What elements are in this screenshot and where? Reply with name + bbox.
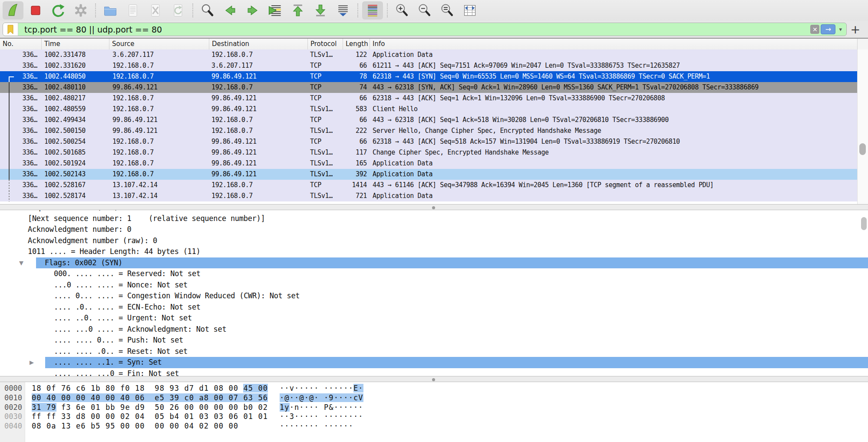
go-to-packet-button[interactable] bbox=[265, 1, 286, 20]
detail-line[interactable]: .... ...0 .... = Acknowledgment: Not set bbox=[0, 324, 868, 335]
restart-capture-button[interactable] bbox=[48, 1, 69, 20]
start-capture-button[interactable] bbox=[3, 1, 23, 20]
detail-line[interactable]: 000. .... .... = Reserved: Not set bbox=[0, 268, 868, 280]
detail-text: .... .... .0.. = Reset: Not set bbox=[54, 346, 188, 357]
cell-source: 192.168.0.7 bbox=[109, 169, 209, 180]
detail-line[interactable]: .... ..0. .... = Urgent: Not set bbox=[0, 313, 868, 324]
bytes-row[interactable]: 001000 40 00 00 40 00 40 06 e5 39 c0 a8 … bbox=[0, 393, 868, 403]
cell-source: 99.86.49.121 bbox=[109, 125, 209, 136]
column-header-time[interactable]: Time bbox=[42, 39, 109, 49]
detail-line[interactable]: [Next sequence number: 1 (relative seque… bbox=[0, 213, 868, 224]
byte-offset: 0000 bbox=[4, 384, 22, 393]
packet-row[interactable]: 336…1002.331620192.168.0.73.6.207.117TCP… bbox=[0, 60, 858, 71]
filter-text[interactable]: tcp.port == 80 || udp.port == 80 bbox=[18, 25, 810, 34]
detail-text: .... ..0. .... = Urgent: Not set bbox=[54, 313, 192, 324]
auto-scroll-button[interactable] bbox=[333, 1, 353, 20]
detail-text: .... .0.. .... = ECN-Echo: Not set bbox=[54, 302, 201, 313]
packet-row[interactable]: 336…1002.52816713.107.42.14192.168.0.7TC… bbox=[0, 180, 858, 191]
bytes-row[interactable]: 0030ff ff 33 d8 00 00 02 04 05 b4 01 03 … bbox=[0, 412, 868, 422]
cell-length: 117 bbox=[343, 147, 370, 158]
column-header-no[interactable]: No. bbox=[0, 39, 42, 49]
close-file-button[interactable] bbox=[145, 1, 166, 20]
packet-row[interactable]: 336…1002.502143192.168.0.799.86.49.121TL… bbox=[0, 169, 858, 180]
column-header-source[interactable]: Source bbox=[109, 39, 209, 49]
detail-line[interactable]: .... .0.. .... = ECN-Echo: Not set bbox=[0, 302, 868, 313]
find-packet-button[interactable] bbox=[197, 1, 218, 20]
packet-row[interactable]: 336…1002.52817413.107.42.14192.168.0.7TL… bbox=[0, 191, 858, 201]
main-toolbar bbox=[0, 0, 868, 21]
packet-row[interactable]: 336…1002.480217192.168.0.799.86.49.121TC… bbox=[0, 93, 858, 104]
zoom-reset-button[interactable] bbox=[437, 1, 458, 20]
zoom-out-button[interactable] bbox=[414, 1, 435, 20]
packet-list-scrollbar[interactable] bbox=[857, 49, 868, 204]
cell-protocol: TLSv1… bbox=[308, 125, 343, 136]
packet-row[interactable]: 336…1002.480559192.168.0.799.86.49.121TL… bbox=[0, 104, 858, 115]
detail-line[interactable]: ▼Flags: 0x002 (SYN) bbox=[0, 257, 868, 269]
go-forward-button[interactable] bbox=[242, 1, 263, 20]
bytes-row[interactable]: 004008 0a 13 e6 b5 95 00 00 00 00 04 02 … bbox=[0, 422, 868, 431]
go-back-button[interactable] bbox=[220, 1, 241, 20]
add-filter-button[interactable]: + bbox=[850, 23, 860, 36]
cell-protocol: TCP bbox=[308, 115, 343, 125]
packet-list-scrollbar-thumb[interactable] bbox=[859, 143, 866, 155]
capture-options-button[interactable] bbox=[70, 1, 91, 20]
cell-length: 78 bbox=[343, 71, 370, 82]
detail-line[interactable]: .... 0... .... = Congestion Window Reduc… bbox=[0, 290, 868, 302]
clear-filter-button[interactable]: ✕ bbox=[810, 25, 819, 34]
bytes-rows: 000018 0f 76 c6 1b 80 f0 18 98 93 d7 d1 … bbox=[0, 382, 868, 431]
colorize-packets-icon bbox=[365, 3, 380, 18]
detail-line[interactable]: .... .... 0... = Push: Not set bbox=[0, 335, 868, 346]
zoom-in-button[interactable] bbox=[392, 1, 413, 20]
colorize-packets-button[interactable] bbox=[362, 1, 383, 20]
cell-source: 13.107.42.14 bbox=[109, 180, 209, 191]
packet-row[interactable]: 336…1002.448050192.168.0.799.86.49.121TC… bbox=[0, 71, 858, 82]
reload-file-button[interactable] bbox=[168, 1, 188, 20]
packet-row[interactable]: 336…1002.48011099.86.49.121192.168.0.7TC… bbox=[0, 82, 858, 93]
detail-line[interactable]: .... .... ...0 = Fin: Not set bbox=[0, 368, 868, 376]
cell-info: 443 → 61146 [ACK] Seq=347988 Ack=16394 W… bbox=[370, 180, 858, 191]
go-last-packet-button[interactable] bbox=[310, 1, 331, 20]
detail-line[interactable]: Acknowledgment number: 0 bbox=[0, 224, 868, 235]
open-file-button[interactable] bbox=[100, 1, 121, 20]
packet-row[interactable]: 336…1002.3314783.6.207.117192.168.0.7TLS… bbox=[0, 49, 858, 60]
detail-line[interactable]: 1011 .... = Header Length: 44 bytes (11) bbox=[0, 246, 868, 257]
packet-row[interactable]: 336…1002.501685192.168.0.799.86.49.121TL… bbox=[0, 147, 858, 158]
packet-row[interactable]: 336…1002.50015099.86.49.121192.168.0.7TL… bbox=[0, 125, 858, 136]
cell-length: 66 bbox=[343, 93, 370, 104]
bookmark-icon[interactable] bbox=[3, 23, 18, 36]
column-header-protocol[interactable]: Protocol bbox=[308, 39, 343, 49]
column-header-destination[interactable]: Destination bbox=[209, 39, 308, 49]
save-file-icon bbox=[125, 3, 141, 18]
pane-splitter-1[interactable] bbox=[0, 204, 868, 210]
cell-destination: 99.86.49.121 bbox=[209, 93, 308, 104]
packet-row[interactable]: 336…1002.500254192.168.0.799.86.49.121TC… bbox=[0, 136, 858, 147]
detail-line[interactable]: Acknowledgment number (raw): 0 bbox=[0, 235, 868, 247]
detail-text: .... .... ...0 = Fin: Not set bbox=[54, 368, 179, 376]
go-forward-icon bbox=[245, 3, 261, 18]
column-header-length[interactable]: Length bbox=[343, 39, 370, 49]
detail-line[interactable]: ▶.... .... ..1. = Syn: Set bbox=[0, 357, 868, 368]
column-header-info[interactable]: Info bbox=[370, 39, 868, 49]
resize-columns-button[interactable] bbox=[459, 1, 480, 20]
cell-destination: 192.168.0.7 bbox=[209, 191, 308, 201]
packet-row[interactable]: 336…1002.501924192.168.0.799.86.49.121TL… bbox=[0, 158, 858, 169]
header-scrollbar-corner bbox=[857, 39, 868, 49]
details-scrollbar-thumb[interactable] bbox=[861, 217, 867, 230]
cell-length: 122 bbox=[343, 49, 370, 60]
display-filter-input[interactable]: tcp.port == 80 || udp.port == 80 ✕ → ▾ bbox=[3, 23, 847, 36]
bytes-row[interactable]: 002031 79 f3 6e 01 bb 9e d9 50 26 00 00 … bbox=[0, 403, 868, 412]
save-file-button[interactable] bbox=[122, 1, 143, 20]
apply-filter-button[interactable]: → bbox=[821, 24, 835, 34]
detail-line[interactable]: ...0 .... .... = Nonce: Not set bbox=[0, 280, 868, 291]
detail-line[interactable]: .... .... .0.. = Reset: Not set bbox=[0, 346, 868, 357]
chevron-down-icon[interactable]: ▼ bbox=[19, 257, 23, 269]
chevron-right-icon[interactable]: ▶ bbox=[30, 357, 34, 368]
packet-row[interactable]: 336…1002.49943499.86.49.121192.168.0.7TC… bbox=[0, 115, 858, 125]
bytes-row[interactable]: 000018 0f 76 c6 1b 80 f0 18 98 93 d7 d1 … bbox=[0, 384, 868, 393]
go-first-packet-button[interactable] bbox=[287, 1, 308, 20]
stop-capture-button[interactable] bbox=[25, 1, 46, 20]
pane-splitter-2[interactable] bbox=[0, 376, 868, 382]
cell-length: 222 bbox=[343, 125, 370, 136]
cell-info: 62318 → 443 [ACK] Seq=518 Ack=157 Win=13… bbox=[370, 136, 858, 147]
filter-dropdown-arrow[interactable]: ▾ bbox=[839, 26, 842, 33]
